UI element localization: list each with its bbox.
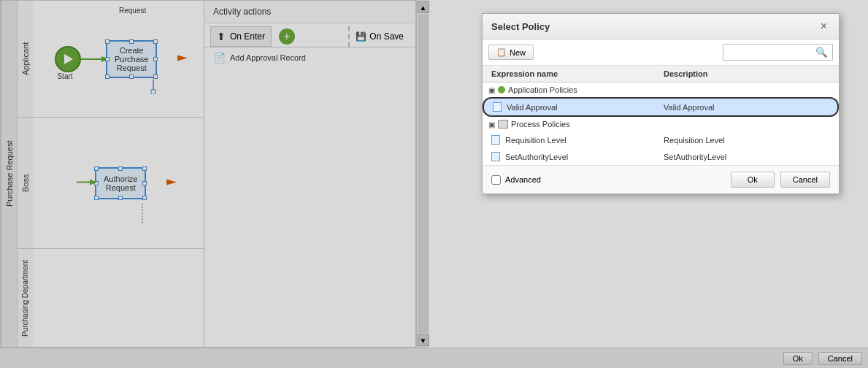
expand-icon-proc: ▣ — [488, 120, 495, 129]
green-dot-app — [498, 86, 505, 93]
cell-authority-desc: SetAuthorityLevel — [661, 151, 833, 163]
main-container: Purchase Request Applicant Request — [0, 0, 868, 368]
modal-table: ▣ Application Policies Valid Approval Va… — [483, 83, 839, 165]
ok-button[interactable]: Ok — [731, 172, 775, 188]
doc-icon-valid-approval — [493, 102, 502, 112]
cell-valid-approval-desc: Valid Approval — [661, 101, 831, 113]
table-header: Expression name Description — [483, 66, 839, 83]
cell-requisition-desc: Requisition Level — [661, 134, 833, 146]
cell-valid-approval-name: Valid Approval — [490, 101, 661, 113]
modal-toolbar: 📋 New 🔍 — [483, 39, 839, 66]
cell-authority-name: SetAuthorityLevel — [488, 150, 661, 163]
search-button[interactable]: 🔍 — [811, 45, 832, 60]
valid-approval-name-text: Valid Approval — [507, 103, 558, 112]
modal-overlay: Select Policy × 📋 New 🔍 Expression name … — [0, 0, 868, 368]
authority-desc-text: SetAuthorityLevel — [664, 153, 726, 161]
advanced-label: Advanced — [505, 175, 541, 184]
table-row-set-authority[interactable]: SetAuthorityLevel SetAuthorityLevel — [483, 148, 839, 165]
modal-header: Select Policy × — [483, 14, 839, 39]
doc-icon-requisition — [491, 135, 500, 145]
group-proc-label: Process Policies — [511, 120, 570, 129]
cell-requisition-name: Requisition Level — [488, 134, 661, 146]
new-policy-label: New — [510, 48, 526, 57]
new-policy-icon: 📋 — [496, 47, 507, 57]
group-process-policies: ▣ Process Policies — [483, 117, 839, 131]
group-icon-proc — [498, 120, 508, 129]
search-wrapper: 🔍 — [723, 44, 833, 61]
expand-icon-app: ▣ — [488, 86, 495, 94]
authority-name-text: SetAuthorityLevel — [505, 153, 568, 161]
modal-footer: Advanced Ok Cancel — [483, 165, 839, 193]
requisition-desc-text: Requisition Level — [664, 136, 725, 145]
col-description: Description — [661, 69, 833, 78]
valid-approval-desc-text: Valid Approval — [664, 103, 715, 112]
doc-icon-authority — [491, 152, 500, 161]
group-app-label: Application Policies — [508, 85, 577, 94]
select-policy-modal: Select Policy × 📋 New 🔍 Expression name … — [482, 13, 840, 194]
col-expression-name: Expression name — [488, 69, 661, 78]
footer-right: Ok Cancel — [731, 172, 830, 188]
table-row-valid-approval[interactable]: Valid Approval Valid Approval — [483, 97, 839, 117]
cancel-button[interactable]: Cancel — [780, 172, 830, 188]
advanced-checkbox[interactable] — [491, 175, 501, 185]
modal-close-button[interactable]: × — [818, 20, 830, 33]
search-input[interactable] — [723, 46, 811, 59]
modal-title: Select Policy — [491, 21, 550, 32]
table-row-requisition-level[interactable]: Requisition Level Requisition Level — [483, 131, 839, 148]
new-policy-button[interactable]: 📋 New — [488, 45, 534, 60]
footer-left: Advanced — [491, 175, 541, 185]
group-application-policies: ▣ Application Policies — [483, 83, 839, 97]
requisition-name-text: Requisition Level — [505, 136, 566, 145]
